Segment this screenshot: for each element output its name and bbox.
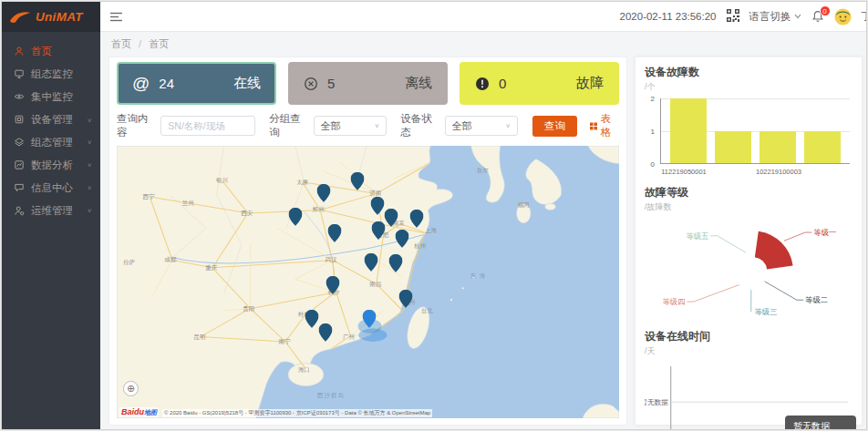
chart-unit-online-time: /天: [645, 345, 852, 357]
user-name[interactable]: 丁: [862, 10, 868, 24]
sidebar-item-label: 运维管理: [31, 204, 73, 218]
bar-device-2[interactable]: [715, 131, 751, 164]
analytics-icon: [14, 159, 25, 172]
chevron-down-icon: [794, 14, 801, 19]
breadcrumb-item-home[interactable]: 首页: [111, 38, 131, 49]
sidebar-item-eye[interactable]: 集中监控: [2, 86, 100, 108]
language-switch-label: 语言切换: [749, 10, 791, 24]
chevron-down-icon: ∨: [87, 117, 92, 123]
china-map[interactable]: 银川太原济南西宁兰州郑州西安南京上海合肥杭州成都武汉重庆拉萨南昌长沙福州贵阳桂林…: [117, 146, 619, 418]
map-locate-control[interactable]: ⊕: [123, 381, 139, 396]
sidebar-item-label: 组态监控: [31, 67, 73, 81]
sidebar-item-label: 组态管理: [31, 136, 73, 149]
no-data-axis-label: 暂无数据: [645, 398, 668, 406]
status-card-label: 故障: [576, 75, 604, 92]
chart-title-online-time: 设备在线时间: [645, 329, 852, 344]
status-card-offline[interactable]: 5离线: [288, 62, 448, 105]
pie-label: 等级五: [686, 231, 708, 241]
collapse-menu-icon[interactable]: [109, 11, 123, 23]
chart-title-fault-level: 故障等级: [645, 185, 852, 200]
brand-swoosh-icon: [9, 10, 31, 24]
message-icon: [14, 182, 25, 195]
circle-exclaim-icon: [475, 77, 490, 91]
map-pin[interactable]: [288, 207, 302, 229]
fault-level-pie-chart[interactable]: 等级一等级二等级三等级四等级五: [645, 215, 852, 321]
notification-bell[interactable]: 0: [811, 10, 824, 24]
map-pin[interactable]: [317, 184, 331, 206]
bar-y-tick: 1: [651, 128, 655, 136]
sidebar-menu: 首页组态监控集中监控设备管理∨组态管理∨数据分析∨信息中心∨运维管理∨: [2, 32, 100, 222]
breadcrumb-item-current: 首页: [149, 38, 169, 49]
chevron-down-icon: ∨: [87, 139, 92, 146]
map-pin[interactable]: [371, 221, 385, 243]
group-select-value: 全部: [321, 119, 341, 133]
status-card-online[interactable]: @24在线: [117, 62, 276, 105]
status-select-value: 全部: [452, 119, 472, 133]
status-card-value: 5: [327, 76, 335, 91]
bar-x-axis: 112219050001102219100003: [660, 166, 850, 177]
sidebar-item-label: 集中监控: [31, 90, 73, 104]
topbar-right: 2020-02-11 23:56:20 语言切换: [620, 8, 867, 26]
pie-leader-line: [765, 282, 804, 300]
map-pin[interactable]: [370, 197, 384, 219]
map-pin[interactable]: [350, 172, 364, 194]
query-button[interactable]: 查询: [532, 116, 576, 137]
qr-code-icon[interactable]: [727, 9, 739, 24]
map-pin[interactable]: [409, 210, 423, 231]
map-pin[interactable]: [389, 254, 403, 276]
chevron-down-icon: ∨: [374, 122, 379, 128]
map-pin[interactable]: [385, 209, 398, 231]
map-pin[interactable]: [327, 224, 341, 246]
baidu-logo[interactable]: Baidu地图: [119, 407, 159, 417]
status-card-value: 24: [159, 76, 174, 91]
pie-label: 等级三: [754, 307, 777, 316]
status-card-label: 离线: [405, 75, 432, 92]
language-switch[interactable]: 语言切换: [749, 10, 801, 24]
map-pin[interactable]: [305, 310, 319, 332]
device-faults-bar-chart[interactable]: 210 112219050001102219100003: [645, 95, 852, 177]
status-card-label: 在线: [233, 75, 261, 92]
sidebar-item-layers[interactable]: 组态管理∨: [2, 131, 100, 154]
map-pin-selected[interactable]: [363, 310, 377, 332]
pie-label: 等级二: [805, 295, 828, 304]
notification-badge: 0: [820, 5, 831, 16]
pie-label: 等级四: [663, 297, 686, 306]
breadcrumb-separator: /: [139, 38, 141, 49]
bar-112219050001[interactable]: [670, 98, 707, 163]
brand-logo[interactable]: UniMAT: [2, 2, 100, 32]
chevron-down-icon: ∨: [505, 122, 511, 128]
user-avatar[interactable]: [834, 8, 852, 26]
group-select[interactable]: 全部 ∨: [314, 116, 388, 136]
sidebar-item-user[interactable]: 首页: [2, 40, 100, 63]
app-window: UniMAT 首页组态监控集中监控设备管理∨组态管理∨数据分析∨信息中心∨运维管…: [1, 1, 867, 430]
bar-y-tick: 2: [651, 95, 655, 103]
sidebar-item-monitor[interactable]: 组态监控: [2, 63, 100, 86]
map-pin[interactable]: [395, 230, 408, 251]
bar-102219100003[interactable]: [760, 131, 796, 164]
search-input[interactable]: [160, 116, 255, 136]
content-area: 首页 / 首页 @24在线5离线0故障 查询内容 分组查询 全部 ∨: [100, 32, 866, 429]
map-pin[interactable]: [398, 290, 412, 312]
user-icon: [14, 46, 25, 58]
online-time-line-chart[interactable]: 暂无数据 暂无数据 在线时间: -: [645, 359, 852, 430]
sidebar-item-operations[interactable]: 运维管理∨: [2, 200, 100, 222]
pie-leader-line: [687, 285, 739, 303]
status-card-fault[interactable]: 0故障: [460, 62, 619, 105]
status-select[interactable]: 全部 ∨: [445, 116, 519, 136]
main-area: 2020-02-11 23:56:20 语言切换: [100, 2, 866, 429]
sidebar-item-device[interactable]: 设备管理∨: [2, 108, 100, 131]
bar-device-4[interactable]: [804, 131, 841, 164]
map-pin[interactable]: [319, 323, 333, 345]
sidebar-item-message[interactable]: 信息中心∨: [2, 177, 100, 200]
map-pin[interactable]: [364, 253, 377, 275]
table-view-link[interactable]: 表格: [590, 112, 619, 139]
status-card-value: 0: [499, 76, 506, 91]
table-link-label: 表格: [601, 112, 619, 139]
chart-unit-device-faults: /个: [645, 81, 852, 93]
sidebar-item-label: 首页: [31, 45, 52, 58]
sidebar: UniMAT 首页组态监控集中监控设备管理∨组态管理∨数据分析∨信息中心∨运维管…: [2, 2, 100, 429]
layers-icon: [14, 137, 25, 149]
map-pin[interactable]: [326, 275, 339, 297]
sidebar-item-analytics[interactable]: 数据分析∨: [2, 154, 100, 177]
grid-icon: [590, 122, 597, 130]
